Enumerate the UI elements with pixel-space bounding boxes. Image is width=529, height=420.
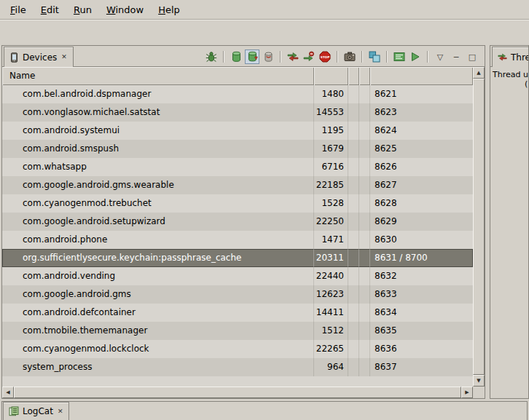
cause-gc-icon[interactable] — [261, 49, 275, 64]
table-row[interactable]: org.sufficientlysecure.keychain:passphra… — [2, 249, 473, 267]
cell-empty — [359, 103, 370, 122]
process-port: 8625 — [370, 140, 473, 158]
scroll-down-button[interactable]: ▼ — [473, 375, 485, 387]
table-row[interactable]: com.google.android.gms.wearable221858627 — [2, 176, 473, 194]
threads-message-line2: ( — [525, 79, 526, 89]
minimize-icon[interactable]: ─ — [449, 49, 463, 64]
process-port: 8623 — [370, 103, 473, 122]
process-port: 8627 — [370, 176, 473, 194]
cell-empty — [359, 158, 370, 176]
process-name: org.sufficientlysecure.keychain:passphra… — [2, 249, 314, 267]
process-name: com.cyanogenmod.lockclock — [2, 340, 314, 358]
update-heap-icon[interactable] — [229, 49, 243, 64]
maximize-icon[interactable]: □ — [465, 49, 479, 64]
table-row[interactable]: com.whatsapp67168626 — [2, 158, 473, 176]
process-pid: 1528 — [314, 194, 348, 213]
opengl-trace-icon[interactable] — [408, 49, 423, 64]
vertical-scrollbar-thumb[interactable] — [473, 79, 485, 375]
cell-empty — [348, 213, 359, 231]
tab-logcat[interactable]: LogCat ✕ — [3, 402, 69, 420]
table-row[interactable]: com.cyanogenmod.lockclock222658636 — [2, 340, 473, 358]
horizontal-scrollbar[interactable]: ◀ ▶ — [2, 387, 473, 398]
column-header[interactable] — [359, 67, 370, 85]
cell-empty — [348, 285, 359, 304]
view-menu-icon[interactable]: ▽ — [433, 49, 447, 64]
screen-capture-icon[interactable] — [342, 49, 357, 64]
tab-devices[interactable]: Devices ✕ — [4, 47, 74, 67]
menu-file[interactable]: File — [3, 1, 34, 18]
column-header-port[interactable] — [370, 67, 473, 85]
menu-run[interactable]: Run — [66, 1, 99, 18]
cell-empty — [348, 322, 359, 340]
table-row[interactable]: com.android.systemui11958624 — [2, 122, 473, 140]
horizontal-scrollbar-thumb[interactable] — [14, 387, 461, 398]
process-port: 8629 — [370, 213, 473, 231]
cell-empty — [348, 103, 359, 122]
table-row[interactable]: com.android.phone14718630 — [2, 231, 473, 249]
table-row[interactable]: com.android.smspush16798625 — [2, 140, 473, 158]
toolbar-separator — [427, 51, 428, 63]
stop-process-icon[interactable]: STOP — [318, 49, 332, 64]
cell-empty — [348, 304, 359, 322]
cell-empty — [348, 249, 359, 267]
debug-icon[interactable] — [204, 49, 219, 64]
process-port: 8630 — [370, 231, 473, 249]
column-header-name[interactable]: Name — [2, 67, 314, 85]
main-toolbar-strip — [0, 20, 529, 44]
table-row[interactable]: com.cyanogenmod.trebuchet15288628 — [2, 194, 473, 213]
close-icon[interactable]: ✕ — [57, 408, 64, 416]
cell-empty — [348, 140, 359, 158]
cell-empty — [359, 304, 370, 322]
process-table-body: com.bel.android.dspmanager14808621com.vo… — [2, 85, 473, 387]
cell-empty — [359, 249, 370, 267]
table-row[interactable]: com.google.android.gms126238633 — [2, 285, 473, 304]
cell-empty — [348, 176, 359, 194]
scroll-left-button[interactable]: ◀ — [2, 387, 14, 398]
process-name: com.tmobile.thememanager — [2, 322, 314, 340]
scroll-up-button[interactable]: ▲ — [473, 67, 485, 79]
cell-empty — [359, 231, 370, 249]
table-row[interactable]: com.android.vending224408632 — [2, 267, 473, 285]
process-pid: 22250 — [314, 213, 348, 231]
process-port: 8637 — [370, 358, 473, 376]
method-profiling-icon[interactable] — [302, 49, 316, 64]
dump-hprof-icon[interactable] — [245, 49, 259, 64]
process-pid: 14553 — [314, 103, 348, 122]
table-row[interactable]: system_process9648637 — [2, 358, 473, 376]
cell-empty — [359, 122, 370, 140]
scroll-right-button[interactable]: ▶ — [461, 387, 473, 398]
process-name: com.google.android.setupwizard — [2, 213, 314, 231]
table-row[interactable]: com.tmobile.thememanager15128635 — [2, 322, 473, 340]
process-port: 8626 — [370, 158, 473, 176]
menu-window[interactable]: Window — [99, 1, 151, 18]
table-row[interactable]: com.vonglasow.michael.satstat145538623 — [2, 103, 473, 122]
menu-help[interactable]: Help — [151, 1, 187, 18]
vertical-scrollbar[interactable]: ▲ ▼ — [473, 67, 485, 387]
process-pid: 14411 — [314, 304, 348, 322]
table-row[interactable]: com.android.defcontainer144118634 — [2, 304, 473, 322]
table-header: Name — [2, 67, 473, 85]
process-port: 8632 — [370, 267, 473, 285]
close-icon[interactable]: ✕ — [60, 53, 68, 61]
process-pid: 1679 — [314, 140, 348, 158]
process-pid: 20311 — [314, 249, 348, 267]
process-pid: 6716 — [314, 158, 348, 176]
toolbar-separator — [280, 51, 281, 63]
column-header[interactable] — [348, 67, 359, 85]
view-hierarchy-icon[interactable] — [367, 49, 382, 64]
process-pid: 1195 — [314, 122, 348, 140]
toolbar-separator — [386, 51, 388, 63]
table-row[interactable]: com.google.android.setupwizard222508629 — [2, 213, 473, 231]
process-name: com.google.android.gms.wearable — [2, 176, 314, 194]
column-header-pid[interactable] — [314, 67, 348, 85]
menu-edit[interactable]: Edit — [34, 1, 66, 18]
tab-threads[interactable]: Threads — [492, 47, 529, 67]
cell-empty — [348, 122, 359, 140]
table-row[interactable]: com.bel.android.dspmanager14808621 — [2, 85, 473, 103]
update-threads-icon[interactable] — [286, 49, 300, 64]
process-name: com.vonglasow.michael.satstat — [2, 103, 314, 122]
tab-label: Threads — [511, 52, 529, 63]
systrace-icon[interactable] — [392, 49, 407, 64]
toolbar-separator — [223, 51, 224, 63]
cell-empty — [359, 285, 370, 304]
